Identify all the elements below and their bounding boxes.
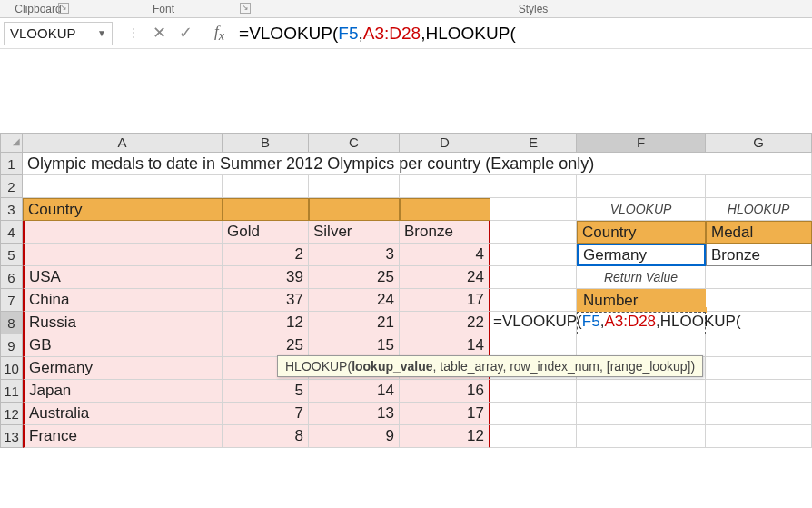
accept-formula-button[interactable]: ✓ (179, 23, 193, 43)
cell-E11[interactable] (490, 380, 577, 403)
cell-B9[interactable]: 25 (223, 334, 309, 357)
cell-D3[interactable] (400, 198, 490, 221)
cell-B3[interactable] (223, 198, 309, 221)
select-all-corner[interactable]: ◢ (0, 133, 23, 153)
cell-E8[interactable]: =VLOOKUP(F5,A3:D28,HLOOKUP( (490, 312, 577, 334)
cell-C12[interactable]: 13 (309, 403, 400, 425)
cell-C8[interactable]: 21 (309, 312, 400, 334)
row-header-2[interactable]: 2 (0, 175, 23, 198)
cell-D9[interactable]: 14 (400, 334, 490, 357)
cell-G2[interactable] (706, 175, 812, 198)
cell-A10[interactable]: Germany (23, 357, 223, 380)
cell-C3[interactable] (309, 198, 400, 221)
cell-F2[interactable] (577, 175, 706, 198)
dialog-launcher-icon[interactable]: ↘ (240, 3, 251, 14)
cell-F3-vlookup-label[interactable]: VLOOKUP (577, 198, 706, 221)
cell-B13[interactable]: 8 (223, 425, 309, 448)
row-header-1[interactable]: 1 (0, 153, 23, 175)
cell-E6[interactable] (490, 266, 577, 289)
cell-C6[interactable]: 25 (309, 266, 400, 289)
cell-F12[interactable] (577, 403, 706, 425)
cell-C9[interactable]: 15 (309, 334, 400, 357)
cell-D7[interactable]: 17 (400, 289, 490, 312)
cell-E12[interactable] (490, 403, 577, 425)
cell-F4-country-lbl[interactable]: Country (577, 221, 706, 244)
cancel-formula-button[interactable]: ✕ (153, 23, 166, 43)
col-header-C[interactable]: C (309, 133, 400, 153)
row-header-4[interactable]: 4 (0, 221, 23, 244)
cell-C4-silver[interactable]: Silver (309, 221, 400, 244)
cell-G4-medal-lbl[interactable]: Medal (706, 221, 812, 244)
cell-G6[interactable] (706, 266, 812, 289)
cell-E3[interactable] (490, 198, 577, 221)
formula-bar[interactable]: =VLOOKUP(F5,A3:D28,HLOOKUP( (233, 21, 812, 46)
cell-F5-country-val[interactable]: Germany (577, 244, 706, 266)
row-header-5[interactable]: 5 (0, 244, 23, 266)
cell-E13[interactable] (490, 425, 577, 448)
cell-F13[interactable] (577, 425, 706, 448)
cell-D4-bronze[interactable]: Bronze (400, 221, 490, 244)
cell-A8[interactable]: Russia (23, 312, 223, 334)
cell-F9[interactable] (577, 334, 706, 357)
row-header-10[interactable]: 10 (0, 357, 23, 380)
cell-B6[interactable]: 39 (223, 266, 309, 289)
cell-B12[interactable]: 7 (223, 403, 309, 425)
cell-F11[interactable] (577, 380, 706, 403)
cell-A9[interactable]: GB (23, 334, 223, 357)
row-header-9[interactable]: 9 (0, 334, 23, 357)
cell-D12[interactable]: 17 (400, 403, 490, 425)
col-header-E[interactable]: E (490, 133, 577, 153)
cell-G11[interactable] (706, 380, 812, 403)
col-header-F[interactable]: F (577, 133, 706, 153)
cell-A6[interactable]: USA (23, 266, 223, 289)
cell-D5[interactable]: 4 (400, 244, 490, 266)
cell-E5[interactable] (490, 244, 577, 266)
cell-F7-number-lbl[interactable]: Number (577, 289, 706, 312)
cell-F6-return-lbl[interactable]: Return Value (577, 266, 706, 289)
dialog-launcher-icon[interactable]: ↘ (58, 3, 69, 14)
chevron-down-icon[interactable]: ▼ (97, 28, 106, 38)
fx-icon[interactable]: fx (214, 23, 224, 44)
cell-B10[interactable]: HLOOKUP(lookup_value, table_array, row_i… (223, 357, 309, 380)
cell-E7[interactable] (490, 289, 577, 312)
col-header-D[interactable]: D (400, 133, 490, 153)
spreadsheet-grid[interactable]: ◢ A B C D E F G 1 Olympic medals to date… (0, 133, 812, 448)
col-header-A[interactable]: A (23, 133, 223, 153)
row-header-6[interactable]: 6 (0, 266, 23, 289)
cell-D11[interactable]: 16 (400, 380, 490, 403)
cell-B2[interactable] (223, 175, 309, 198)
cell-A7[interactable]: China (23, 289, 223, 312)
cell-A1-title[interactable]: Olympic medals to date in Summer 2012 Ol… (23, 153, 812, 175)
function-tooltip[interactable]: HLOOKUP(lookup_value, table_array, row_i… (277, 355, 703, 377)
cell-D8[interactable]: 22 (400, 312, 490, 334)
cell-G13[interactable] (706, 425, 812, 448)
cell-D6[interactable]: 24 (400, 266, 490, 289)
row-header-13[interactable]: 13 (0, 425, 23, 448)
cell-E9[interactable] (490, 334, 577, 357)
cell-C2[interactable] (309, 175, 400, 198)
name-box[interactable]: VLOOKUP ▼ (4, 22, 113, 45)
cell-B11[interactable]: 5 (223, 380, 309, 403)
cell-A2[interactable] (23, 175, 223, 198)
cell-C13[interactable]: 9 (309, 425, 400, 448)
cell-A11[interactable]: Japan (23, 380, 223, 403)
cell-D2[interactable] (400, 175, 490, 198)
cell-D13[interactable]: 12 (400, 425, 490, 448)
cell-C5[interactable]: 3 (309, 244, 400, 266)
row-header-3[interactable]: 3 (0, 198, 23, 221)
col-header-B[interactable]: B (223, 133, 309, 153)
cell-C7[interactable]: 24 (309, 289, 400, 312)
cell-B8[interactable]: 12 (223, 312, 309, 334)
cell-A3-country-header[interactable]: Country (23, 198, 223, 221)
row-header-11[interactable]: 11 (0, 380, 23, 403)
cell-B4-gold[interactable]: Gold (223, 221, 309, 244)
cell-G7[interactable] (706, 289, 812, 312)
cell-A12[interactable]: Australia (23, 403, 223, 425)
cell-B7[interactable]: 37 (223, 289, 309, 312)
cell-C11[interactable]: 14 (309, 380, 400, 403)
cell-G3-hlookup-label[interactable]: HLOOKUP (706, 198, 812, 221)
row-header-12[interactable]: 12 (0, 403, 23, 425)
cell-E2[interactable] (490, 175, 577, 198)
cell-B5[interactable]: 2 (223, 244, 309, 266)
cell-A13[interactable]: France (23, 425, 223, 448)
